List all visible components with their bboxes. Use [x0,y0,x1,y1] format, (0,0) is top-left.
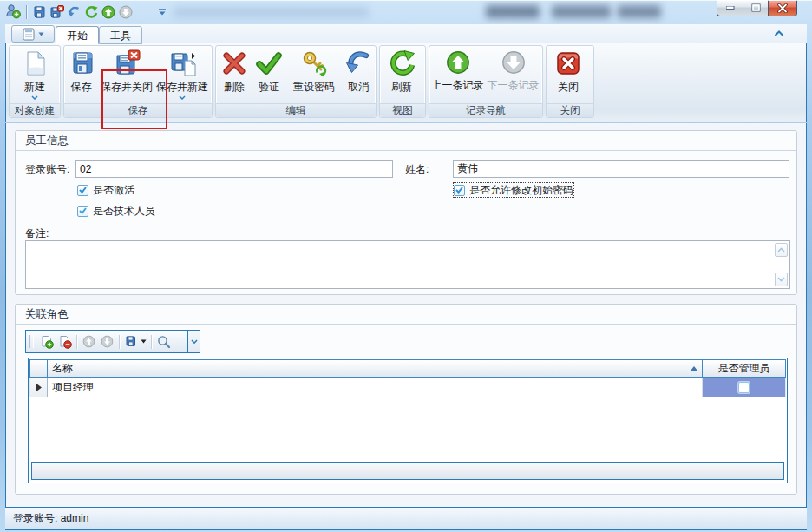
save-and-close-button[interactable]: 保存并关闭 [97,47,156,102]
ribbon-tab-row: 开始 工具 [5,24,807,43]
tab-tools[interactable]: 工具 [99,26,142,44]
checkbox-label: 是否允许修改初始密码 [469,183,573,198]
grid-header-is-admin[interactable]: 是否管理员 [703,360,785,377]
refresh-icon [388,49,416,77]
application-window: { "window": { "app_icon": "add-user-icon… [0,0,812,532]
checkbox-is-technical[interactable]: 是否技术人员 [77,204,155,218]
login-account-input[interactable] [75,160,393,178]
cell-is-admin-selected[interactable] [703,378,785,397]
minimize-button[interactable] [717,0,743,16]
groupbox-title: 关联角色 [16,305,796,325]
chevron-down-icon [141,339,147,344]
search-icon[interactable] [154,332,173,351]
refresh-button[interactable]: 刷新 [381,47,422,102]
sort-ascending-icon [691,366,697,371]
grid-header-row: 名称 是否管理员 [29,359,786,378]
name-input[interactable] [453,160,789,178]
status-bar: 登录账号: admin [5,507,807,530]
checkbox-checked-icon [77,185,88,196]
grid-header-name[interactable]: 名称 [48,360,703,377]
group-label: 视图 [380,103,425,117]
reset-password-icon [300,49,328,77]
associated-roles-groupbox: 关联角色 [15,304,797,495]
column-header-label: 是否管理员 [718,361,770,376]
save-close-icon[interactable] [48,3,65,21]
form-content: 员工信息 登录账号: 姓名: 是否激活 是否允许修改初始密码 [5,123,807,507]
ribbon: 新建 对象创建 保存 [5,43,807,122]
undo-icon[interactable] [65,3,82,21]
redacted-title-text [618,5,661,18]
button-label: 取消 [348,80,369,95]
remark-label: 备注: [25,227,49,241]
next-record-icon [501,49,527,76]
toolbar-grip [29,335,34,348]
previous-record-icon[interactable] [100,3,117,21]
previous-record-button[interactable]: 上一条记录 [430,47,485,102]
toolbar-more-icon[interactable] [187,331,200,352]
chevron-down-icon [179,95,186,100]
remove-row-icon[interactable] [56,332,74,351]
scroll-down-button[interactable] [775,273,788,286]
customize-dropdown-icon[interactable] [154,3,171,21]
close-button[interactable] [769,0,797,16]
save-close-icon [113,49,141,77]
save-button[interactable]: 保存 [65,47,97,102]
row-indicator-cell [30,378,48,397]
row-indicator-icon [36,384,42,391]
title-bar [0,0,812,24]
window-controls [717,0,797,16]
toolbar-separator [151,335,152,349]
group-label: 编辑 [216,103,376,117]
scroll-up-button[interactable] [775,243,788,257]
grid-empty-area [29,397,786,460]
toolbar-separator [76,335,77,349]
grid-row[interactable]: 项目经理 [29,378,786,397]
grid-footer-panel [31,462,784,480]
checkbox-is-active[interactable]: 是否激活 [77,183,134,197]
move-up-icon [80,332,98,351]
button-label: 下一条记录 [488,78,540,93]
new-button[interactable]: 新建 [10,47,59,102]
cancel-button[interactable]: 取消 [342,47,375,102]
validate-button[interactable]: 验证 [252,47,286,102]
undo-icon [344,49,372,77]
application-menu-icon [23,28,35,41]
reset-password-button[interactable]: 重设密码 [286,47,342,102]
add-row-icon[interactable] [37,332,56,351]
status-login-account: 登录账号: admin [13,512,88,524]
checkbox-label: 是否技术人员 [93,204,155,219]
cell-role-name[interactable]: 项目经理 [48,378,703,397]
checkbox-unchecked-icon[interactable] [738,382,750,393]
validate-icon [255,49,283,77]
save-icon[interactable] [30,3,48,21]
add-user-icon [5,3,21,19]
button-label: 新建 [24,80,45,95]
export-icon[interactable] [122,332,148,351]
maximize-button[interactable] [743,0,769,16]
tab-start[interactable]: 开始 [56,26,99,44]
application-menu-button[interactable] [11,25,55,43]
chevron-down-icon [777,277,785,282]
button-label: 保存并关闭 [101,80,153,95]
save-and-new-button[interactable]: 保存并新建 [156,47,208,102]
toolbar-separator [119,335,120,349]
ribbon-group-object-creation: 新建 对象创建 [9,45,61,118]
grid-indicator-header-cell [30,360,48,377]
close-form-button[interactable]: 关闭 [547,47,589,102]
delete-button[interactable]: 删除 [217,47,252,102]
next-record-button: 下一条记录 [485,47,541,102]
checkbox-checked-icon [77,206,88,217]
save-icon [68,49,95,77]
quick-access-toolbar [26,3,171,21]
login-account-label: 登录账号: [25,162,69,177]
refresh-icon[interactable] [82,3,100,21]
chevron-up-icon[interactable] [774,30,784,37]
chevron-down-icon [38,32,44,36]
button-label: 删除 [224,80,245,95]
checkbox-allow-modify-initial-password[interactable]: 是否允许修改初始密码 [454,183,573,197]
client-area: 开始 工具 新建 对象创建 [5,24,807,530]
remark-textarea[interactable] [25,240,790,289]
column-header-label: 名称 [52,361,73,376]
roles-toolbar [25,330,200,353]
delete-icon [220,49,248,77]
